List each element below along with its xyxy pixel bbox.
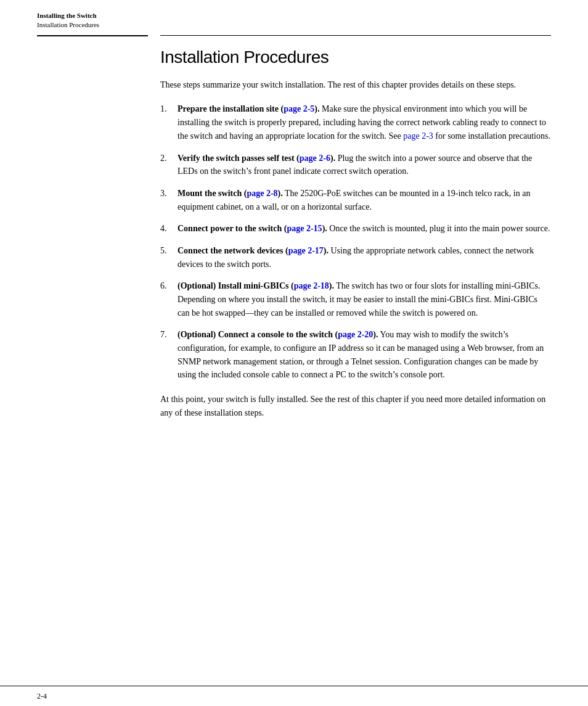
link-page-2-17[interactable]: page 2-17: [288, 246, 324, 255]
link-page-2-8[interactable]: page 2-8: [247, 189, 277, 198]
list-item: 7. (Optional) Connect a console to the s…: [160, 328, 551, 382]
footer: 2-4: [0, 686, 588, 706]
list-bold: Verify the switch passes self test (page…: [178, 154, 335, 163]
link-page-2-6[interactable]: page 2-6: [300, 154, 330, 163]
content-main: Installation Procedures These steps summ…: [160, 47, 551, 420]
list-number: 6.: [160, 279, 178, 319]
link-page-2-5[interactable]: page 2-5: [284, 104, 314, 113]
list-content: Verify the switch passes self test (page…: [178, 152, 551, 178]
divider-left-spacer: [37, 30, 160, 36]
footer-page-number: 2-4: [37, 692, 47, 700]
list-content: (Optional) Install mini-GBICs (page 2-18…: [178, 279, 551, 319]
list-content: Connect power to the switch (page 2-15).…: [178, 222, 551, 236]
list-bold: (Optional) Connect a console to the swit…: [178, 330, 378, 339]
list-bold: (Optional) Install mini-GBICs (page 2-18…: [178, 281, 334, 290]
link-page-2-15[interactable]: page 2-15: [287, 224, 322, 233]
header-left: Installing the Switch Installation Proce…: [37, 11, 160, 30]
list-item: 5. Connect the network devices (page 2-1…: [160, 244, 551, 271]
link-page-2-20[interactable]: page 2-20: [338, 330, 373, 339]
list-item: 2. Verify the switch passes self test (p…: [160, 152, 551, 178]
list-content: (Optional) Connect a console to the swit…: [178, 328, 551, 382]
content-area: Installation Procedures These steps summ…: [0, 47, 588, 420]
list-item: 4. Connect power to the switch (page 2-1…: [160, 222, 551, 236]
list-bold: Connect the network devices (page 2-17).: [178, 246, 329, 255]
header-right: [160, 11, 551, 30]
list-number: 5.: [160, 244, 178, 271]
content-left-spacer: [37, 47, 160, 420]
closing-text: At this point, your switch is fully inst…: [160, 393, 551, 419]
rule-left: [37, 35, 148, 36]
list-number: 7.: [160, 328, 178, 382]
breadcrumb-subtitle: Installation Procedures: [37, 20, 160, 30]
main-list: 1. Prepare the installation site (page 2…: [160, 102, 551, 382]
list-item: 1. Prepare the installation site (page 2…: [160, 102, 551, 142]
list-item: 3. Mount the switch (page 2-8). The 2520…: [160, 187, 551, 213]
list-number: 3.: [160, 187, 178, 213]
list-number: 4.: [160, 222, 178, 236]
list-number: 1.: [160, 102, 178, 142]
list-item: 6. (Optional) Install mini-GBICs (page 2…: [160, 279, 551, 319]
rule-full: [160, 35, 551, 36]
header: Installing the Switch Installation Proce…: [0, 0, 588, 30]
list-content: Mount the switch (page 2-8). The 2520G-P…: [178, 187, 551, 213]
list-bold: Mount the switch (page 2-8).: [178, 189, 283, 198]
intro-text: These steps summarize your switch instal…: [160, 78, 551, 92]
page-container: Installing the Switch Installation Proce…: [0, 0, 588, 706]
link-page-2-18[interactable]: page 2-18: [294, 281, 329, 290]
list-content: Prepare the installation site (page 2-5)…: [178, 102, 551, 142]
list-number: 2.: [160, 152, 178, 178]
list-content: Connect the network devices (page 2-17).…: [178, 244, 551, 271]
breadcrumb-title: Installing the Switch: [37, 11, 160, 20]
list-bold: Prepare the installation site (page 2-5)…: [178, 104, 319, 113]
list-bold: Connect power to the switch (page 2-15).: [178, 224, 327, 233]
page-title: Installation Procedures: [160, 47, 551, 67]
link-page-2-3[interactable]: page 2-3: [403, 131, 433, 141]
header-divider-row: [0, 30, 588, 36]
